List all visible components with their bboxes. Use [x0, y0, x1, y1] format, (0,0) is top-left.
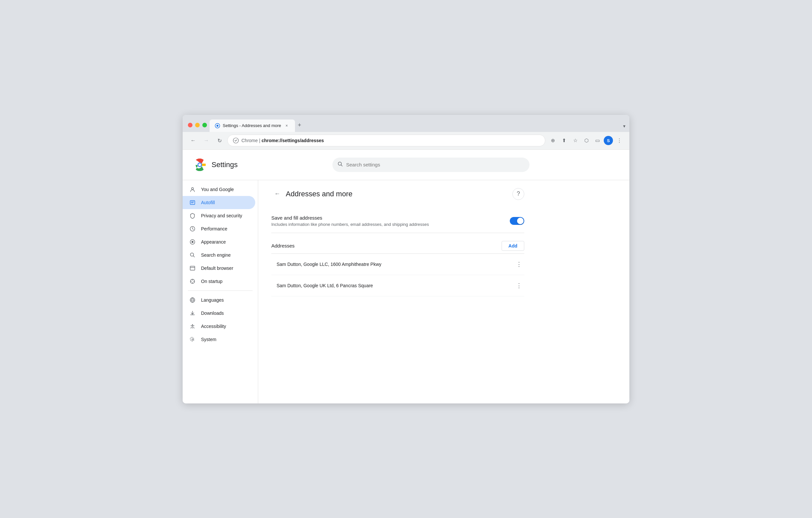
sidebar-item-autofill[interactable]: Autofill [183, 196, 255, 209]
settings-page: Settings [183, 150, 629, 403]
svg-point-2 [233, 138, 238, 143]
sidebar-item-accessibility[interactable]: Accessibility [183, 320, 255, 333]
address-text: Chrome | chrome://settings/addresses [241, 138, 540, 143]
address-menu-button-2[interactable]: ⋮ [514, 280, 524, 291]
svg-rect-12 [190, 266, 195, 270]
address-item: Sam Dutton, Google UK Ltd, 6 Pancras Squ… [271, 275, 524, 297]
on-startup-icon [189, 278, 196, 284]
accessibility-icon [189, 323, 196, 330]
sidebar-label-autofill: Autofill [201, 200, 215, 205]
address-path: chrome://settings/addresses [261, 138, 324, 143]
sidebar-item-languages[interactable]: Languages [183, 294, 255, 307]
svg-point-15 [192, 324, 193, 325]
tabs-area: Settings - Addresses and more × + ▾ [209, 120, 627, 132]
traffic-lights [185, 123, 209, 132]
sidebar-divider [188, 291, 253, 291]
close-traffic-light[interactable] [188, 123, 193, 127]
address-list: Sam Dutton, Google LLC, 1600 Amphitheatr… [271, 253, 524, 297]
sidebar-label-accessibility: Accessibility [201, 324, 226, 329]
chrome-menu-button[interactable]: ⋮ [614, 135, 624, 145]
address-bar[interactable]: Chrome | chrome://settings/addresses [227, 134, 545, 146]
title-bar: Settings - Addresses and more × + ▾ [183, 115, 629, 132]
person-icon [189, 186, 196, 193]
settings-body: You and Google Autofill [183, 180, 629, 403]
system-icon [189, 336, 196, 343]
addresses-header: Addresses Add [271, 241, 524, 251]
default-browser-icon [189, 265, 196, 272]
address-security-icon [233, 138, 239, 144]
address-menu-button-1[interactable]: ⋮ [514, 259, 524, 270]
active-tab[interactable]: Settings - Addresses and more × [209, 120, 295, 132]
search-bar[interactable] [332, 158, 529, 172]
chrome-logo [193, 158, 206, 171]
nav-bar: ← → ↻ Chrome | chrome://settings/address… [183, 132, 629, 150]
sidebar-item-search-engine[interactable]: Search engine [183, 248, 255, 262]
svg-point-16 [192, 339, 193, 340]
panel-header: ← Addresses and more ? [271, 188, 524, 200]
nav-actions: ⊕ ⬆ ☆ ⬡ ▭ S ⋮ [548, 135, 624, 145]
shield-icon [189, 212, 196, 219]
panel-title: Addresses and more [286, 190, 513, 198]
minimize-traffic-light[interactable] [195, 123, 200, 127]
save-fill-info: Save and fill addresses Includes informa… [271, 215, 510, 227]
sidebar-item-performance[interactable]: Performance [183, 222, 255, 235]
bookmark-button[interactable]: ☆ [570, 135, 580, 145]
search-input[interactable] [346, 162, 524, 167]
browser-window: Settings - Addresses and more × + ▾ ← → … [183, 115, 629, 403]
zoom-button[interactable]: ⊕ [548, 135, 558, 145]
downloads-icon [189, 310, 196, 316]
svg-point-11 [191, 253, 194, 256]
search-icon [338, 161, 343, 168]
svg-point-6 [192, 187, 194, 189]
sidebar-item-you-and-google[interactable]: You and Google [183, 183, 255, 196]
sidebar-label-performance: Performance [201, 226, 227, 232]
maximize-traffic-light[interactable] [202, 123, 207, 127]
settings-title: Settings [211, 160, 238, 169]
sidebar-item-appearance[interactable]: Appearance [183, 235, 255, 248]
address-value-2: Sam Dutton, Google UK Ltd, 6 Pancras Squ… [271, 283, 514, 288]
sidebar-toggle-button[interactable]: ▭ [592, 135, 603, 145]
svg-point-4 [198, 163, 201, 166]
autofill-icon [189, 199, 196, 206]
sidebar-label-privacy: Privacy and security [201, 213, 242, 218]
settings-header: Settings [183, 150, 629, 180]
svg-point-1 [216, 125, 219, 127]
forward-button[interactable]: → [201, 135, 211, 146]
profile-button[interactable]: S [604, 136, 613, 145]
sidebar-item-privacy-security[interactable]: Privacy and security [183, 209, 255, 222]
search-engine-icon [189, 252, 196, 258]
sidebar-label-on-startup: On startup [201, 279, 222, 284]
sidebar-label-appearance: Appearance [201, 239, 226, 245]
sidebar: You and Google Autofill [183, 180, 258, 403]
sidebar-label-default-browser: Default browser [201, 266, 233, 271]
address-protocol: Chrome | [241, 138, 261, 143]
sidebar-item-downloads[interactable]: Downloads [183, 307, 255, 320]
reload-button[interactable]: ↻ [214, 135, 225, 146]
addresses-label: Addresses [271, 243, 501, 248]
toggle-thumb [517, 218, 524, 224]
new-tab-button[interactable]: + [295, 121, 304, 130]
tab-dropdown-button[interactable]: ▾ [623, 123, 626, 129]
svg-point-10 [192, 241, 194, 243]
addresses-section: Addresses Add Sam Dutton, Google LLC, 16… [271, 241, 524, 297]
sidebar-item-default-browser[interactable]: Default browser [183, 262, 255, 275]
sidebar-label-downloads: Downloads [201, 310, 224, 316]
toggle-track [510, 217, 524, 225]
help-button[interactable]: ? [513, 188, 524, 200]
tab-close-button[interactable]: × [284, 123, 290, 129]
sidebar-item-system[interactable]: System [183, 333, 255, 346]
sidebar-item-on-startup[interactable]: On startup [183, 275, 255, 288]
svg-rect-7 [190, 201, 195, 205]
save-fill-toggle[interactable] [510, 217, 524, 225]
sidebar-label-system: System [201, 337, 216, 342]
tab-favicon-icon [215, 123, 220, 128]
save-fill-name: Save and fill addresses [271, 215, 510, 221]
share-button[interactable]: ⬆ [559, 135, 569, 145]
sidebar-label-languages: Languages [201, 297, 224, 303]
back-button[interactable]: ← [188, 135, 198, 146]
save-fill-row: Save and fill addresses Includes informa… [271, 209, 524, 233]
add-address-button[interactable]: Add [501, 241, 524, 251]
panel-back-button[interactable]: ← [271, 188, 283, 200]
extensions-button[interactable]: ⬡ [581, 135, 591, 145]
sidebar-label-you-and-google: You and Google [201, 187, 234, 192]
